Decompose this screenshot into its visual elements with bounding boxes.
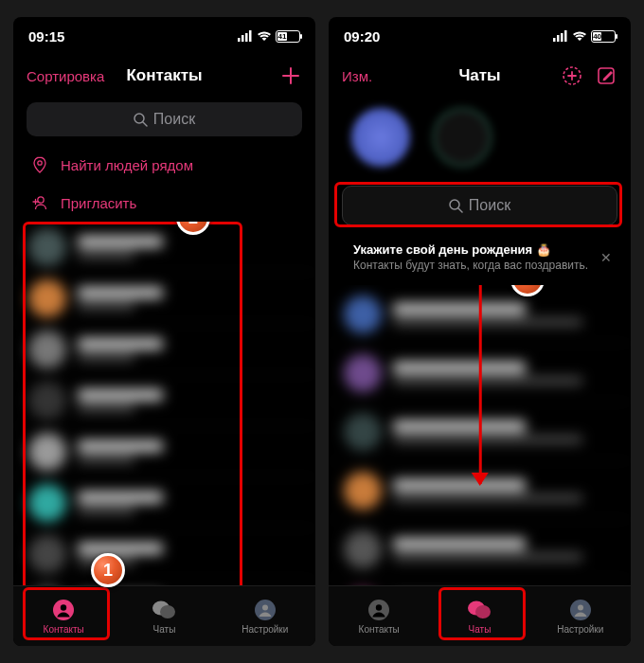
status-bar: 09:20 40 (329, 17, 631, 55)
avatar (344, 413, 382, 451)
tab-settings[interactable]: Настройки (215, 586, 315, 646)
svg-rect-2 (245, 33, 248, 42)
list-item[interactable] (13, 222, 315, 273)
tab-bar: Контакты Чаты Настройки (13, 585, 315, 646)
avatar (344, 296, 382, 333)
list-item[interactable] (13, 580, 315, 585)
list-item[interactable] (329, 520, 631, 579)
list-item[interactable] (13, 375, 315, 426)
story-avatar[interactable] (351, 108, 410, 167)
tab-contacts-label: Контакты (359, 624, 400, 635)
contacts-list[interactable]: 2 (13, 222, 315, 585)
battery-level: 41 (277, 32, 287, 41)
chats-icon (467, 598, 492, 622)
list-item[interactable] (13, 324, 315, 375)
compose-button[interactable] (595, 64, 617, 87)
list-item[interactable] (13, 529, 315, 580)
avatar (344, 530, 382, 568)
svg-rect-14 (553, 38, 556, 42)
avatar (28, 484, 66, 522)
tab-settings-label: Настройки (242, 624, 288, 635)
search-placeholder: Поиск (469, 197, 510, 214)
invite-label: Пригласить (61, 195, 136, 211)
tab-contacts-label: Контакты (44, 624, 84, 635)
plus-icon (280, 65, 301, 86)
annotation-marker-1-left: 1 (91, 553, 125, 587)
battery-level: 40 (593, 32, 601, 41)
svg-rect-16 (561, 33, 564, 42)
find-nearby-row[interactable]: Найти людей рядом (13, 146, 315, 184)
search-input[interactable]: Поиск (27, 102, 302, 136)
camera-plus-icon (562, 65, 582, 86)
svg-point-13 (262, 605, 268, 611)
list-item[interactable] (329, 579, 631, 585)
search-input[interactable]: Поиск (342, 186, 617, 225)
tab-settings-label: Настройки (557, 624, 603, 635)
avatar (28, 331, 66, 368)
compose-icon (597, 66, 616, 85)
svg-point-11 (160, 605, 175, 618)
tab-chats[interactable]: Чаты (429, 586, 529, 646)
avatar (344, 354, 382, 392)
story-avatar[interactable] (433, 108, 492, 167)
avatar (344, 472, 382, 510)
wifi-icon (572, 30, 587, 42)
tab-chats-label: Чаты (153, 624, 176, 635)
contacts-icon (367, 598, 391, 622)
status-time: 09:15 (28, 28, 64, 45)
page-title: Контакты (121, 66, 207, 85)
settings-icon (253, 598, 277, 622)
signal-icon (238, 30, 253, 42)
tab-settings[interactable]: Настройки (530, 586, 631, 646)
avatar (28, 433, 66, 471)
list-item[interactable] (13, 273, 315, 324)
tab-chats[interactable]: Чаты (114, 586, 214, 646)
invite-icon (30, 194, 49, 211)
add-button[interactable] (279, 64, 302, 87)
find-nearby-label: Найти людей рядом (61, 157, 193, 173)
chats-list[interactable]: 2 (329, 285, 631, 585)
edit-button[interactable]: Изм. (342, 68, 437, 84)
location-icon (30, 156, 49, 173)
page-title: Чаты (437, 66, 523, 85)
svg-point-25 (475, 605, 491, 618)
svg-point-7 (38, 197, 44, 203)
tab-contacts[interactable]: Контакты (329, 586, 429, 646)
list-item[interactable] (13, 477, 315, 529)
annotation-arrow (479, 285, 482, 484)
list-item[interactable] (13, 426, 315, 477)
settings-icon (568, 598, 593, 622)
close-icon[interactable]: ✕ (600, 250, 612, 265)
birthday-banner[interactable]: Укажите свой день рождения 🎂 Контакты бу… (342, 235, 617, 279)
svg-point-23 (376, 604, 382, 610)
tab-contacts[interactable]: Контакты (13, 586, 114, 646)
svg-point-9 (61, 604, 66, 610)
status-time: 09:20 (344, 28, 380, 45)
new-story-button[interactable] (561, 64, 583, 87)
svg-point-6 (38, 161, 42, 165)
avatar (28, 535, 66, 573)
avatar (28, 382, 66, 420)
svg-rect-15 (557, 35, 560, 42)
wifi-icon (257, 30, 272, 42)
navigation-bar: Изм. Чаты (329, 55, 631, 97)
sort-button[interactable]: Сортировка (27, 68, 121, 84)
svg-rect-17 (564, 30, 567, 42)
invite-row[interactable]: Пригласить (13, 184, 315, 222)
avatar (28, 279, 66, 317)
svg-rect-1 (242, 35, 244, 42)
birthday-subtitle: Контакты будут знать, когда вас поздрави… (353, 259, 589, 272)
svg-line-5 (143, 122, 147, 126)
battery-icon: 40 (591, 30, 616, 43)
svg-rect-3 (249, 30, 252, 42)
contacts-icon (51, 598, 76, 622)
contacts-screen: 09:15 41 Сортировка Контакты Поиск (13, 17, 315, 646)
stories-row[interactable] (329, 97, 631, 178)
svg-point-27 (578, 605, 583, 611)
signal-icon (553, 30, 568, 42)
navigation-bar: Сортировка Контакты (13, 55, 315, 97)
tab-bar: Контакты Чаты Настройки (329, 585, 631, 646)
avatar (28, 228, 66, 266)
search-icon (134, 113, 148, 127)
search-icon (449, 199, 463, 213)
